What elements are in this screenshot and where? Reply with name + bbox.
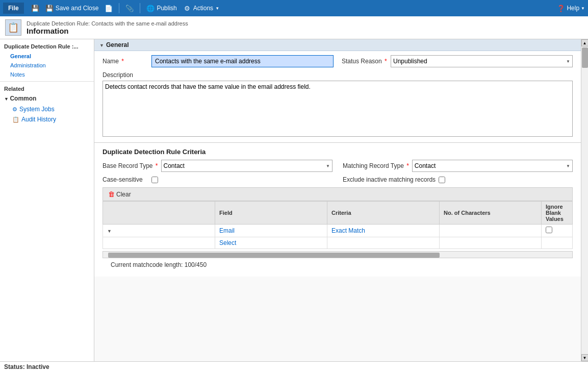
sidebar-item-system-jobs[interactable]: System Jobs [0, 104, 94, 114]
matching-record-type-label: Matching Record Type * [343, 162, 409, 169]
email-field-link[interactable]: Email [219, 227, 235, 234]
row-expander-cell [103, 225, 215, 237]
sidebar-related-label: Related [0, 81, 94, 93]
criteria-section: Duplicate Detection Rule Criteria Base R… [94, 142, 581, 277]
save-close-icon [45, 4, 54, 12]
case-sensitive-checkbox[interactable] [151, 177, 158, 183]
name-label: Name * [103, 58, 148, 65]
exact-match-link[interactable]: Exact Match [331, 227, 365, 234]
name-field-group: Name * [103, 55, 334, 67]
general-collapse-arrow[interactable] [99, 42, 104, 48]
sidebar-common-section[interactable]: ▼ Common [0, 93, 94, 104]
scroll-thumb [108, 253, 440, 258]
exclude-inactive-checkbox[interactable] [439, 177, 445, 183]
table-toolbar: Clear [103, 187, 573, 201]
criteria-cell: Exact Match [327, 225, 440, 237]
history-icon [12, 116, 19, 123]
help-icon [557, 4, 565, 12]
matching-record-type-select[interactable]: Contact Account Lead [412, 160, 573, 172]
toolbar-divider-2 [140, 3, 140, 13]
col-num-chars: No. of Characters [440, 202, 542, 225]
status-reason-select[interactable]: Unpublished Published [391, 55, 573, 67]
description-textarea[interactable]: Detects contact records that have the sa… [103, 81, 573, 137]
help-button[interactable]: Help ▼ [557, 4, 585, 12]
page-icon [5, 19, 21, 36]
new-button[interactable] [101, 3, 116, 13]
checkbox-row: Case-sensitive Exclude inactive matching… [103, 176, 573, 183]
name-input[interactable] [151, 55, 334, 67]
scroll-up-button[interactable]: ▲ [581, 39, 589, 46]
scroll-down-button[interactable]: ▼ [581, 354, 589, 361]
content-inner: General Name * Status Reason * Unp [94, 39, 581, 277]
ignore-blank-checkbox[interactable] [546, 227, 552, 233]
name-status-row: Name * Status Reason * Unpublished Publi… [94, 51, 581, 71]
sidebar-rule-title: Duplicate Detection Rule :... [0, 41, 94, 52]
criteria-table: Field Criteria No. of Characters Ignore … [103, 201, 573, 249]
status-reason-field-group: Status Reason * Unpublished Published [342, 55, 573, 67]
clear-icon [108, 190, 115, 198]
sidebar-item-administration[interactable]: Administration [0, 61, 94, 70]
main-area: Duplicate Detection Rule :... General Ad… [0, 39, 588, 361]
select-criteria-cell [327, 237, 440, 249]
save-close-button[interactable]: Save and Close [42, 3, 102, 13]
content-panel: General Name * Status Reason * Unp [94, 39, 581, 361]
actions-button[interactable]: Actions ▼ [180, 3, 222, 13]
row-expander-icon[interactable] [107, 228, 112, 234]
exclude-inactive-group: Exclude inactive matching records [343, 176, 573, 183]
select-expander-cell [103, 237, 215, 249]
sidebar: Duplicate Detection Rule :... General Ad… [0, 39, 94, 361]
save-button[interactable] [28, 3, 42, 13]
page-header: Duplicate Detection Rule: Contacts with … [0, 16, 588, 39]
publish-button[interactable]: Publish [143, 3, 180, 13]
gear-icon [12, 106, 17, 113]
vertical-scrollbar[interactable]: ▲ ▼ [581, 39, 588, 361]
field-cell: Email [215, 225, 327, 237]
sidebar-item-notes[interactable]: Notes [0, 70, 94, 79]
col-field [103, 202, 215, 225]
page-title: Information [27, 27, 188, 35]
publish-icon [146, 4, 155, 12]
page-subtitle: Duplicate Detection Rule: Contacts with … [27, 20, 188, 27]
status-reason-label: Status Reason * [342, 58, 388, 65]
toolbar-divider-1 [119, 3, 119, 13]
case-sensitive-label: Case-sensitive [103, 176, 148, 183]
select-link[interactable]: Select [219, 239, 236, 246]
col-criteria: Criteria [327, 202, 440, 225]
sidebar-item-audit-history[interactable]: Audit History [0, 114, 94, 125]
actions-icon [183, 4, 191, 12]
new-icon [105, 4, 113, 12]
name-required: * [120, 58, 124, 65]
common-arrow: ▼ [4, 96, 10, 102]
attach-icon [125, 4, 134, 12]
record-type-row: Base Record Type * Contact Account Lead [103, 160, 573, 172]
table-header-row: Field Criteria No. of Characters Ignore … [103, 202, 573, 225]
toolbar: File Save and Close Publish Actions ▼ He… [0, 0, 588, 16]
base-required: * [154, 162, 158, 169]
select-blank-cell [542, 237, 573, 249]
exclude-inactive-label: Exclude inactive matching records [343, 176, 436, 183]
scroll-thumb-v [582, 47, 588, 68]
matching-required: * [405, 162, 409, 169]
status-required: * [383, 58, 387, 65]
base-record-type-wrapper: Contact Account Lead [161, 160, 333, 172]
horizontal-scrollbar[interactable] [103, 251, 573, 258]
base-record-type-select[interactable]: Contact Account Lead [161, 160, 333, 172]
select-row: Select [103, 237, 573, 249]
ignore-blank-cell [542, 225, 573, 237]
sidebar-item-general[interactable]: General [0, 52, 94, 61]
help-arrow: ▼ [581, 6, 585, 11]
criteria-title: Duplicate Detection Rule Criteria [103, 148, 573, 156]
description-section: Description Detects contact records that… [94, 71, 581, 142]
base-record-type-label: Base Record Type * [103, 162, 158, 169]
clear-button[interactable]: Clear [106, 189, 133, 199]
case-sensitive-group: Case-sensitive [103, 176, 333, 183]
attach-button[interactable] [122, 3, 137, 13]
status-bar: Status: Inactive [0, 361, 588, 372]
page-type-icon [8, 22, 19, 33]
file-button[interactable]: File [3, 3, 24, 14]
actions-arrow: ▼ [215, 6, 219, 11]
scroll-track [581, 46, 589, 354]
toolbar-right: Help ▼ [557, 4, 585, 12]
status-reason-select-wrapper: Unpublished Published [391, 55, 573, 67]
base-record-type-group: Base Record Type * Contact Account Lead [103, 160, 333, 172]
